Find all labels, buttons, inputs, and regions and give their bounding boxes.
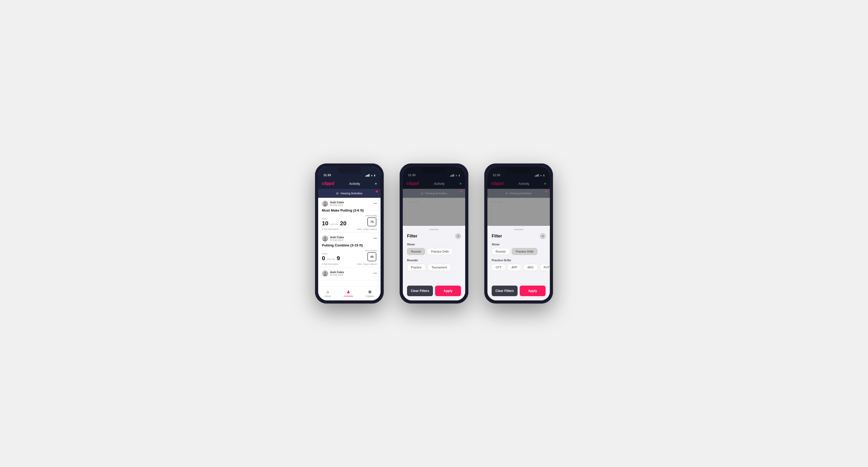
score-label-2: Score bbox=[322, 253, 340, 255]
clear-filters-button-3[interactable]: Clear Filters bbox=[492, 286, 518, 296]
close-button-3[interactable]: ✕ bbox=[540, 233, 546, 239]
drill-chips-3: OTT APP ARG PUTT bbox=[492, 264, 546, 271]
show-chips-3: Rounds Practice Drills bbox=[492, 248, 546, 255]
quality-label-1: Shot Quality bbox=[365, 214, 377, 217]
quality-badge-2: 45 bbox=[367, 252, 376, 261]
user-date-2: 28 Feb 2023 bbox=[330, 239, 344, 242]
tab-bar-1: ⌂ Home ♟ Activities ⊕ Capture bbox=[318, 286, 380, 301]
show-chips-2: Rounds Practice Drills bbox=[407, 248, 461, 255]
rounds-chips-2: Practice Tournament bbox=[407, 264, 461, 271]
tab-capture[interactable]: ⊕ Capture bbox=[366, 289, 374, 298]
filter-handle-3 bbox=[514, 229, 523, 230]
activity-header-1: Josh Coles 28 Feb 2023 ••• bbox=[322, 200, 377, 207]
chip-practice-drills-2[interactable]: Practice Drills bbox=[427, 248, 453, 255]
battery-icon: ▮ bbox=[374, 174, 375, 177]
chip-rounds-2[interactable]: Rounds bbox=[407, 248, 425, 255]
viewing-bar-1[interactable]: ⊞ Viewing Activities bbox=[318, 189, 380, 198]
test-info-1: ℹ Test Information bbox=[322, 228, 339, 230]
filter-overlay-3: Filter ✕ Show Rounds Practice Drills Pra… bbox=[488, 166, 550, 301]
user-name-2: Josh Coles bbox=[330, 236, 344, 239]
logo-1: clippd bbox=[322, 181, 334, 186]
user-info-3: Josh Coles 28 Feb 2023 bbox=[322, 270, 344, 277]
activity-footer-1: ℹ Test Information Data: Clippd Capture bbox=[322, 228, 377, 230]
menu-icon-1[interactable]: ≡ bbox=[375, 182, 377, 186]
signal-icon bbox=[366, 174, 369, 177]
filter-title-3: Filter bbox=[492, 234, 502, 239]
chip-ott-3[interactable]: OTT bbox=[492, 264, 505, 271]
phone-3-screen: 11:33 ▲ ▮ clippd Activity ≡ bbox=[488, 166, 550, 301]
test-info-2: ℹ Test Information bbox=[322, 263, 339, 265]
stats-row-1: Score 10 OUT OF 20 Shot Quality 75 bbox=[322, 214, 377, 226]
home-icon: ⌂ bbox=[327, 289, 329, 294]
user-info-2: Josh Coles 28 Feb 2023 bbox=[322, 235, 344, 242]
show-label-3: Show bbox=[492, 243, 546, 246]
phone-notch bbox=[338, 166, 361, 174]
stats-row-2: Score 0 OUT OF 9 Shot Quality 45 bbox=[322, 249, 377, 261]
phone-3: 11:33 ▲ ▮ clippd Activity ≡ bbox=[484, 163, 553, 304]
activity-item-3: Josh Coles 28 Feb 2023 ••• bbox=[318, 268, 380, 281]
filter-header-3: Filter ✕ bbox=[492, 233, 546, 239]
practice-drills-label-3: Practice Drills bbox=[492, 259, 546, 262]
nav-title-1: Activity bbox=[349, 182, 360, 186]
more-button-2[interactable]: ••• bbox=[373, 237, 377, 240]
apply-button-3[interactable]: Apply bbox=[520, 286, 546, 296]
svg-point-2 bbox=[324, 237, 326, 239]
user-date-3: 28 Feb 2023 bbox=[330, 274, 344, 276]
phone-1-screen: 11:33 ▲ ▮ clippd Activity ≡ bbox=[318, 166, 380, 301]
overlay-bg-2[interactable] bbox=[403, 166, 465, 226]
chip-app-3[interactable]: APP bbox=[507, 264, 521, 271]
avatar-2 bbox=[322, 235, 328, 242]
filter-sheet-3: Filter ✕ Show Rounds Practice Drills Pra… bbox=[488, 226, 550, 301]
score-value-2: 0 bbox=[322, 255, 325, 261]
filter-overlay-2: Filter ✕ Show Rounds Practice Drills Rou… bbox=[403, 166, 465, 301]
svg-point-4 bbox=[324, 272, 326, 274]
apply-button-2[interactable]: Apply bbox=[435, 286, 461, 296]
svg-point-3 bbox=[323, 239, 327, 241]
chip-tournament-2[interactable]: Tournament bbox=[428, 264, 451, 271]
data-source-2: Data: Clippd Capture bbox=[357, 263, 377, 265]
activity-footer-2: ℹ Test Information Data: Clippd Capture bbox=[322, 263, 377, 265]
show-label-2: Show bbox=[407, 243, 461, 246]
quality-badge-1: 75 bbox=[367, 217, 376, 226]
svg-point-1 bbox=[323, 205, 327, 206]
phone-1: 11:33 ▲ ▮ clippd Activity ≡ bbox=[315, 163, 384, 304]
user-date-1: 28 Feb 2023 bbox=[330, 204, 344, 207]
phone-2: 11:33 ▲ ▮ clippd Activity ≡ bbox=[400, 163, 468, 304]
close-button-2[interactable]: ✕ bbox=[455, 233, 461, 239]
score-value-1: 10 bbox=[322, 221, 328, 226]
chip-practice-2[interactable]: Practice bbox=[407, 264, 426, 271]
phones-container: 11:33 ▲ ▮ clippd Activity ≡ bbox=[315, 163, 553, 304]
filter-actions-2: Clear Filters Apply bbox=[407, 286, 461, 296]
out-of-1: OUT OF bbox=[330, 223, 338, 226]
chip-rounds-3[interactable]: Rounds bbox=[492, 248, 509, 255]
tab-home-label: Home bbox=[324, 295, 331, 298]
more-button-1[interactable]: ••• bbox=[373, 202, 377, 206]
chip-arg-3[interactable]: ARG bbox=[523, 264, 538, 271]
viewing-text-1: Viewing Activities bbox=[340, 192, 362, 195]
more-button-3[interactable]: ••• bbox=[373, 272, 377, 275]
overlay-bg-3[interactable] bbox=[488, 166, 550, 226]
tab-activities[interactable]: ♟ Activities bbox=[344, 289, 353, 298]
wifi-icon: ▲ bbox=[371, 174, 373, 177]
chip-putt-3[interactable]: PUTT bbox=[540, 264, 550, 271]
tab-home[interactable]: ⌂ Home bbox=[324, 289, 331, 298]
user-name-1: Josh Coles bbox=[330, 201, 344, 204]
activity-item-1: Josh Coles 28 Feb 2023 ••• Must Make Put… bbox=[318, 198, 380, 233]
activity-header-3: Josh Coles 28 Feb 2023 ••• bbox=[322, 270, 377, 277]
user-info-1: Josh Coles 28 Feb 2023 bbox=[322, 200, 344, 207]
filter-icon-1: ⊞ bbox=[336, 192, 339, 195]
svg-point-5 bbox=[323, 274, 327, 276]
svg-point-0 bbox=[324, 202, 326, 204]
clear-filters-button-2[interactable]: Clear Filters bbox=[407, 286, 433, 296]
avatar-1 bbox=[322, 200, 328, 207]
rounds-label-2: Rounds bbox=[407, 259, 461, 262]
activity-title-1: Must Make Putting (3-6 ft) bbox=[322, 208, 377, 212]
red-dot-1 bbox=[376, 190, 378, 192]
activity-item-2: Josh Coles 28 Feb 2023 ••• Putting Combi… bbox=[318, 233, 380, 268]
chip-practice-drills-3[interactable]: Practice Drills bbox=[512, 248, 537, 255]
out-of-2: OUT OF bbox=[327, 258, 335, 261]
status-icons-1: ▲ ▮ bbox=[366, 174, 375, 177]
activity-title-2: Putting Combine (3-15 ft) bbox=[322, 243, 377, 247]
data-source-1: Data: Clippd Capture bbox=[357, 228, 377, 230]
activity-header-2: Josh Coles 28 Feb 2023 ••• bbox=[322, 235, 377, 242]
